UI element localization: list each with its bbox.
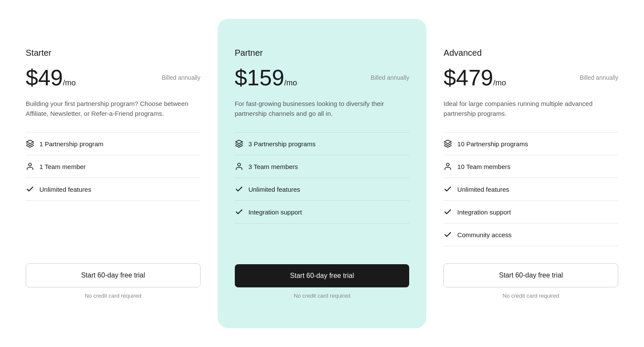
feature-item: Unlimited features <box>235 178 410 201</box>
cta-button-advanced[interactable]: Start 60-day free trial <box>443 263 618 287</box>
feature-item: Integration support <box>443 201 618 223</box>
plan-name: Advanced <box>443 48 618 58</box>
no-credit-card: No credit card required <box>503 293 559 299</box>
features-list: 10 Partnership programs 10 Team members … <box>443 132 618 246</box>
cta-button-starter[interactable]: Start 60-day free trial <box>26 263 201 287</box>
no-credit-card: No credit card required <box>85 293 141 299</box>
svg-point-3 <box>237 163 240 166</box>
feature-text: 1 Team member <box>39 163 86 170</box>
check-icon <box>443 208 452 216</box>
feature-text: Integration support <box>249 208 302 216</box>
feature-item: 1 Team member <box>26 155 201 178</box>
feature-text: 1 Partnership program <box>39 140 103 148</box>
svg-point-1 <box>29 163 32 166</box>
feature-text: Community access <box>457 231 512 238</box>
price-row: $479/mo Billed annually <box>443 66 618 89</box>
feature-text: Unlimited features <box>457 186 509 193</box>
no-credit-card: No credit card required <box>294 293 350 299</box>
plan-description: Ideal for large companies running multip… <box>443 99 618 118</box>
feature-item: 10 Partnership programs <box>443 132 618 155</box>
plan-card-starter: Starter $49/mo Billed annually Building … <box>9 27 218 320</box>
feature-item: Community access <box>443 223 618 246</box>
feature-item: Integration support <box>235 201 410 223</box>
plan-name: Starter <box>26 48 201 58</box>
feature-text: 10 Team members <box>457 163 510 170</box>
svg-marker-0 <box>27 140 34 144</box>
feature-text: 3 Partnership programs <box>249 140 316 148</box>
feature-item: 1 Partnership program <box>26 132 201 155</box>
feature-text: Unlimited features <box>39 186 91 193</box>
feature-text: Integration support <box>457 208 511 216</box>
cta-button-partner[interactable]: Start 60-day free trial <box>235 264 410 287</box>
feature-item: 3 Partnership programs <box>235 132 410 155</box>
feature-item: Unlimited features <box>443 178 618 201</box>
feature-item: Unlimited features <box>26 178 201 201</box>
feature-text: 10 Partnership programs <box>457 140 528 148</box>
cta-section: Start 60-day free trial No credit card r… <box>26 263 201 299</box>
plan-description: For fast-growing businesses looking to d… <box>235 99 410 118</box>
check-icon <box>443 185 452 193</box>
price-amount: $479/mo <box>443 66 506 89</box>
plan-card-advanced: Advanced $479/mo Billed annually Ideal f… <box>426 27 635 320</box>
person-icon <box>26 162 34 171</box>
layers-icon <box>26 139 34 148</box>
feature-text: 3 Team members <box>249 163 298 170</box>
check-icon <box>26 185 34 193</box>
layers-icon <box>443 139 452 148</box>
price-row: $49/mo Billed annually <box>26 66 201 89</box>
person-icon <box>443 162 452 171</box>
features-list: 1 Partnership program 1 Team member Unli… <box>26 132 201 246</box>
check-icon <box>443 230 452 239</box>
feature-item: 10 Team members <box>443 155 618 178</box>
plan-card-partner: Partner $159/mo Billed annually For fast… <box>218 19 427 328</box>
price-row: $159/mo Billed annually <box>235 66 410 89</box>
billed-annually: Billed annually <box>162 74 200 81</box>
check-icon <box>235 185 243 193</box>
layers-icon <box>235 139 243 148</box>
features-list: 3 Partnership programs 3 Team members Un… <box>235 132 410 247</box>
svg-marker-2 <box>235 140 243 144</box>
person-icon <box>235 162 243 171</box>
svg-marker-4 <box>444 140 452 144</box>
price-amount: $49/mo <box>26 66 76 89</box>
price-amount: $159/mo <box>235 66 297 89</box>
pricing-container: Starter $49/mo Billed annually Building … <box>9 27 635 320</box>
feature-item: 3 Team members <box>235 155 410 178</box>
svg-point-5 <box>446 163 449 166</box>
plan-name: Partner <box>235 48 410 58</box>
feature-text: Unlimited features <box>249 186 300 193</box>
billed-annually: Billed annually <box>580 74 618 81</box>
billed-annually: Billed annually <box>371 74 409 81</box>
cta-section: Start 60-day free trial No credit card r… <box>443 263 618 299</box>
check-icon <box>235 208 243 216</box>
plan-description: Building your first partnership program?… <box>26 99 201 118</box>
cta-section: Start 60-day free trial No credit card r… <box>235 264 410 299</box>
